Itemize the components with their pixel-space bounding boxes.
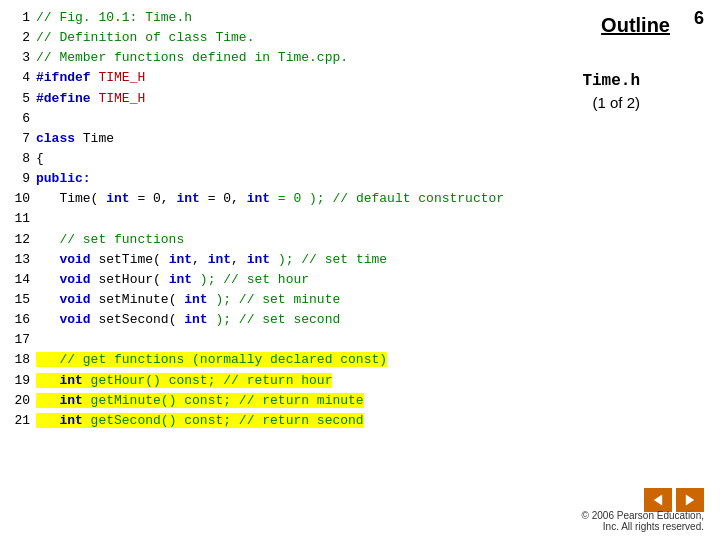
line-number: 2 <box>8 28 30 48</box>
line-number: 7 <box>8 129 30 149</box>
line-content: // set functions <box>36 230 538 250</box>
table-row: 14 void setHour( int ); // set hour <box>8 270 538 290</box>
line-content: // Fig. 10.1: Time.h <box>36 8 538 28</box>
line-number: 21 <box>8 411 30 431</box>
table-row: 5#define TIME_H <box>8 89 538 109</box>
table-row: 9public: <box>8 169 538 189</box>
table-row: 3// Member functions defined in Time.cpp… <box>8 48 538 68</box>
svg-marker-0 <box>654 494 662 505</box>
table-row: 10 Time( int = 0, int = 0, int = 0 ); //… <box>8 189 538 209</box>
table-row: 15 void setMinute( int ); // set minute <box>8 290 538 310</box>
line-content: public: <box>36 169 538 189</box>
table-row: 12 // set functions <box>8 230 538 250</box>
table-row: 8{ <box>8 149 538 169</box>
table-row: 1// Fig. 10.1: Time.h <box>8 8 538 28</box>
line-number: 5 <box>8 89 30 109</box>
prev-button[interactable] <box>644 488 672 512</box>
line-number: 4 <box>8 68 30 88</box>
table-row: 21 int getSecond() const; // return seco… <box>8 411 538 431</box>
table-row: 17 <box>8 330 538 350</box>
line-content: { <box>36 149 538 169</box>
line-number: 6 <box>8 109 30 129</box>
line-content: void setHour( int ); // set hour <box>36 270 538 290</box>
table-row: 19 int getHour() const; // return hour <box>8 371 538 391</box>
line-number: 8 <box>8 149 30 169</box>
page-info: (1 of 2) <box>592 94 640 111</box>
line-content: void setTime( int, int, int ); // set ti… <box>36 250 538 270</box>
line-number: 20 <box>8 391 30 411</box>
line-number: 19 <box>8 371 30 391</box>
next-button[interactable] <box>676 488 704 512</box>
slide-container: 6 Outline Time.h (1 of 2) 1// Fig. 10.1:… <box>0 0 720 540</box>
table-row: 7class Time <box>8 129 538 149</box>
line-content: #define TIME_H <box>36 89 538 109</box>
line-content: void setSecond( int ); // set second <box>36 310 538 330</box>
line-content: // Definition of class Time. <box>36 28 538 48</box>
svg-marker-1 <box>686 494 694 505</box>
outline-title: Outline <box>601 14 670 37</box>
line-number: 17 <box>8 330 30 350</box>
line-number: 15 <box>8 290 30 310</box>
line-content: // get functions (normally declared cons… <box>36 350 538 370</box>
line-number: 1 <box>8 8 30 28</box>
table-row: 16 void setSecond( int ); // set second <box>8 310 538 330</box>
line-content: Time( int = 0, int = 0, int = 0 ); // de… <box>36 189 538 209</box>
line-content: int getMinute() const; // return minute <box>36 391 538 411</box>
table-row: 11 <box>8 209 538 229</box>
line-number: 12 <box>8 230 30 250</box>
filename-label: Time.h <box>582 72 640 90</box>
line-content: #ifndef TIME_H <box>36 68 538 88</box>
line-number: 16 <box>8 310 30 330</box>
table-row: 2// Definition of class Time. <box>8 28 538 48</box>
table-row: 4#ifndef TIME_H <box>8 68 538 88</box>
copyright: © 2006 Pearson Education,Inc. All rights… <box>582 510 704 532</box>
line-content: int getHour() const; // return hour <box>36 371 538 391</box>
table-row: 18 // get functions (normally declared c… <box>8 350 538 370</box>
line-content: int getSecond() const; // return second <box>36 411 538 431</box>
line-number: 3 <box>8 48 30 68</box>
table-row: 6 <box>8 109 538 129</box>
code-area: 1// Fig. 10.1: Time.h2// Definition of c… <box>8 8 538 431</box>
line-number: 13 <box>8 250 30 270</box>
line-number: 14 <box>8 270 30 290</box>
line-number: 11 <box>8 209 30 229</box>
line-number: 9 <box>8 169 30 189</box>
line-number: 18 <box>8 350 30 370</box>
line-content: class Time <box>36 129 538 149</box>
line-content: void setMinute( int ); // set minute <box>36 290 538 310</box>
line-content: // Member functions defined in Time.cpp. <box>36 48 538 68</box>
page-number: 6 <box>694 8 704 29</box>
table-row: 20 int getMinute() const; // return minu… <box>8 391 538 411</box>
nav-controls <box>644 488 704 512</box>
table-row: 13 void setTime( int, int, int ); // set… <box>8 250 538 270</box>
line-number: 10 <box>8 189 30 209</box>
